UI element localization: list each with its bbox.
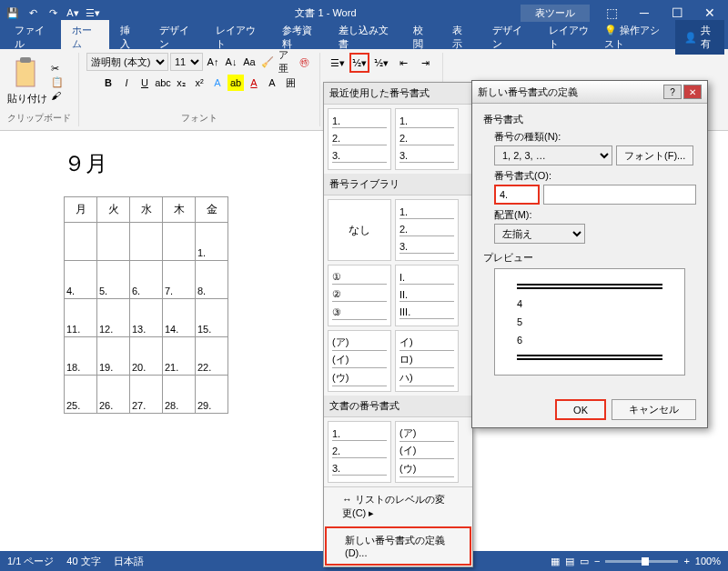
cal-cell[interactable]: 4.	[65, 261, 97, 299]
cal-cell[interactable]: 11.	[65, 299, 97, 337]
dd-lib-circled[interactable]: ①②③	[328, 265, 391, 326]
underline-icon[interactable]: U	[136, 75, 153, 91]
number-format-input[interactable]	[494, 185, 540, 205]
table-tools-tab[interactable]: 表ツール	[521, 5, 590, 22]
share-button[interactable]: 👤 共有	[675, 20, 724, 55]
clear-format-icon[interactable]: 🧹	[259, 54, 276, 70]
dd-recent-2[interactable]: 1.2.3.	[395, 108, 459, 170]
zoom-level[interactable]: 100%	[695, 556, 721, 566]
cal-cell[interactable]: 6.	[130, 261, 163, 299]
qat-more-icon[interactable]: A▾	[64, 4, 82, 22]
tab-table-design[interactable]: デザイン	[481, 20, 539, 55]
cal-cell[interactable]: 22.	[196, 337, 228, 376]
tab-design[interactable]: デザイン	[148, 20, 206, 55]
font-size-select[interactable]: 11	[170, 53, 203, 71]
format-painter-icon[interactable]: 🖌	[51, 90, 64, 101]
dd-change-level[interactable]: ↔ リストのレベルの変更(C) ▸	[324, 487, 472, 526]
paste-button[interactable]: 貼り付け	[7, 57, 47, 105]
zoom-slider[interactable]	[605, 560, 678, 563]
cal-cell[interactable]	[163, 223, 196, 261]
undo-icon[interactable]: ↶	[24, 4, 42, 22]
cal-cell[interactable]	[130, 223, 163, 261]
char-shading-icon[interactable]: A	[264, 75, 280, 91]
font-color-icon[interactable]: A	[246, 75, 262, 91]
tab-insert[interactable]: 挿入	[109, 20, 148, 55]
dd-lib-kata[interactable]: イ)ロ)ハ)	[395, 330, 459, 392]
cal-cell[interactable]: 14.	[163, 299, 196, 337]
char-border-icon[interactable]: 囲	[282, 75, 298, 91]
subscript-icon[interactable]: x₂	[173, 75, 189, 91]
save-icon[interactable]: 💾	[4, 4, 22, 22]
view-web-icon[interactable]: ▭	[580, 556, 589, 567]
cal-cell[interactable]: 5.	[97, 261, 130, 299]
qat-list-icon[interactable]: ☰▾	[84, 4, 102, 22]
tab-home[interactable]: ホーム	[61, 20, 109, 55]
cal-cell[interactable]: 28.	[163, 376, 196, 414]
tab-mailings[interactable]: 差し込み文書	[328, 20, 402, 55]
dd-doc-1[interactable]: 1.2.3.	[328, 421, 391, 483]
cal-cell[interactable]: 18.	[65, 337, 97, 376]
status-page[interactable]: 1/1 ページ	[7, 555, 54, 568]
change-case-icon[interactable]: Aa	[241, 54, 258, 70]
status-words[interactable]: 40 文字	[66, 555, 100, 568]
cal-cell[interactable]: 13.	[130, 299, 163, 337]
cut-icon[interactable]: ✂	[51, 63, 64, 75]
dd-define-new[interactable]: 新しい番号書式の定義(D)...	[325, 526, 471, 566]
tab-review[interactable]: 校閲	[402, 20, 441, 55]
cal-cell[interactable]: 1.	[196, 223, 228, 261]
dialog-help-icon[interactable]: ?	[663, 85, 682, 99]
dd-none[interactable]: なし	[328, 199, 391, 261]
cal-cell[interactable]	[97, 223, 130, 261]
highlight-icon[interactable]: ab	[228, 75, 244, 91]
bold-icon[interactable]: B	[100, 75, 116, 91]
grow-font-icon[interactable]: A↑	[205, 54, 221, 70]
cal-cell[interactable]: 19.	[97, 337, 130, 376]
increase-indent-icon[interactable]: ⇥	[415, 53, 435, 73]
cal-cell[interactable]: 25.	[65, 376, 97, 414]
calendar-table[interactable]: 月火水木金 1.4.5.6.7.8.11.12.13.14.15.18.19.2…	[64, 196, 228, 414]
tab-file[interactable]: ファイル	[4, 20, 61, 55]
tab-layout[interactable]: レイアウト	[205, 20, 270, 55]
cancel-button[interactable]: キャンセル	[612, 399, 696, 420]
shrink-font-icon[interactable]: A↓	[223, 54, 239, 70]
cal-cell[interactable]: 29.	[196, 376, 228, 414]
font-name-select[interactable]: 游明朝 (本文)	[86, 53, 168, 71]
cal-cell[interactable]	[65, 223, 97, 261]
cal-cell[interactable]: 20.	[130, 337, 163, 376]
strike-icon[interactable]: abc	[155, 75, 171, 91]
cal-cell[interactable]: 12.	[97, 299, 130, 337]
alignment-select[interactable]: 左揃え	[494, 224, 585, 244]
cal-cell[interactable]: 26.	[97, 376, 130, 414]
cal-cell[interactable]: 8.	[196, 261, 228, 299]
superscript-icon[interactable]: x²	[191, 75, 207, 91]
copy-icon[interactable]: 📋	[51, 76, 64, 88]
text-effects-icon[interactable]: A	[209, 75, 226, 91]
dd-lib-kata-paren[interactable]: (ア)(イ)(ウ)	[328, 330, 391, 392]
dd-recent-1[interactable]: 1.2.3.	[328, 108, 391, 170]
cal-cell[interactable]: 27.	[130, 376, 163, 414]
tab-table-layout[interactable]: レイアウト	[538, 20, 603, 55]
enclose-icon[interactable]: ㊕	[296, 54, 312, 70]
bullets-icon[interactable]: ☰▾	[328, 53, 348, 73]
italic-icon[interactable]: I	[118, 75, 135, 91]
redo-icon[interactable]: ↷	[44, 4, 62, 22]
cal-cell[interactable]: 15.	[196, 299, 228, 337]
dd-doc-2[interactable]: (ア)(イ)(ウ)	[395, 421, 459, 483]
multilevel-icon[interactable]: ⅟₂▾	[371, 53, 391, 73]
tab-view[interactable]: 表示	[441, 20, 480, 55]
cal-cell[interactable]: 7.	[163, 261, 196, 299]
view-print-icon[interactable]: ▦	[551, 556, 560, 567]
decrease-indent-icon[interactable]: ⇤	[393, 53, 413, 73]
dialog-close-icon[interactable]: ✕	[683, 85, 702, 99]
dd-lib-roman[interactable]: I.II.III.	[395, 265, 459, 326]
number-format-display[interactable]	[543, 185, 696, 205]
font-button[interactable]: フォント(F)...	[616, 145, 693, 165]
number-type-select[interactable]: 1, 2, 3, …	[494, 145, 612, 165]
tell-me[interactable]: 💡 操作アシスト	[604, 24, 669, 51]
zoom-out-icon[interactable]: −	[594, 556, 600, 566]
view-read-icon[interactable]: ▤	[565, 556, 574, 567]
ok-button[interactable]: OK	[555, 399, 606, 420]
zoom-in-icon[interactable]: +	[683, 556, 689, 566]
numbering-icon[interactable]: ⅟₂▾	[349, 53, 369, 73]
dd-lib-arabic[interactable]: 1.2.3.	[395, 199, 459, 261]
